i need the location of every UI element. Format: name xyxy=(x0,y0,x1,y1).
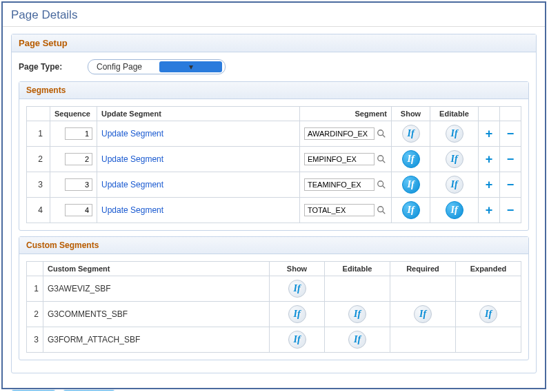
svg-line-5 xyxy=(383,186,386,189)
page-setup-section: Page Setup Page Type: Config Page ▾ Segm… xyxy=(11,34,537,373)
custom-segment-name: G3COMMENTS_SBF xyxy=(43,302,270,327)
col-editable: Editable xyxy=(430,107,479,121)
if-toggle[interactable]: If xyxy=(446,176,463,194)
lookup-icon[interactable] xyxy=(376,128,387,139)
svg-point-4 xyxy=(378,181,383,187)
custom-segment-name: G3AWEVIZ_SBF xyxy=(43,276,270,302)
add-row-button[interactable]: + xyxy=(483,152,495,167)
svg-point-2 xyxy=(378,156,383,161)
okay-button[interactable]: Okay xyxy=(11,390,56,391)
if-toggle[interactable]: If xyxy=(446,150,463,168)
segment-input[interactable] xyxy=(304,178,375,191)
row-index: 2 xyxy=(27,302,43,327)
col-update: Update Segment xyxy=(97,107,300,121)
table-row: 1Update SegmentIfIf+− xyxy=(27,121,521,147)
update-segment-link[interactable]: Update Segment xyxy=(101,180,163,189)
if-toggle[interactable]: If xyxy=(288,305,306,323)
if-toggle[interactable]: If xyxy=(402,150,420,168)
col-segment: Segment xyxy=(300,107,392,121)
col-cust-show: Show xyxy=(270,262,325,276)
table-row: 1G3AWEVIZ_SBFIf xyxy=(27,276,521,302)
row-index: 2 xyxy=(27,147,50,172)
sequence-input[interactable] xyxy=(65,153,92,165)
if-toggle[interactable]: If xyxy=(402,176,420,194)
custom-segments-table: Custom Segment Show Editable Required Ex… xyxy=(26,261,521,353)
cancel-button[interactable]: Cancel xyxy=(63,390,114,391)
page-title: Page Details xyxy=(3,3,545,27)
lookup-icon[interactable] xyxy=(376,205,387,216)
if-toggle[interactable]: If xyxy=(402,201,420,219)
update-segment-link[interactable]: Update Segment xyxy=(101,205,163,215)
segment-input[interactable] xyxy=(304,127,375,140)
col-cust-required: Required xyxy=(390,262,456,276)
dropdown-icon: ▾ xyxy=(159,61,222,72)
remove-row-button[interactable]: − xyxy=(504,127,517,141)
segment-input[interactable] xyxy=(304,153,375,165)
footer-buttons: Okay Cancel xyxy=(3,387,545,391)
page-details-panel: Page Details Page Setup Page Type: Confi… xyxy=(1,1,546,389)
update-segment-link[interactable]: Update Segment xyxy=(101,129,163,138)
col-sequence: Sequence xyxy=(50,107,97,121)
sequence-input[interactable] xyxy=(65,127,92,140)
svg-point-0 xyxy=(378,130,383,136)
if-toggle[interactable]: If xyxy=(479,305,497,323)
if-toggle[interactable]: If xyxy=(288,280,306,298)
row-index: 1 xyxy=(27,276,43,302)
if-toggle[interactable]: If xyxy=(446,125,463,143)
svg-line-1 xyxy=(383,135,386,138)
table-row: 3Update SegmentIfIf+− xyxy=(27,172,521,198)
page-type-value: Config Page xyxy=(97,62,159,72)
row-index: 3 xyxy=(27,327,43,353)
table-row: 3G3FORM_ATTACH_SBFIfIf xyxy=(27,327,521,353)
segment-input[interactable] xyxy=(304,204,375,216)
page-type-select[interactable]: Config Page ▾ xyxy=(88,59,226,74)
remove-row-button[interactable]: − xyxy=(504,203,517,218)
add-row-button[interactable]: + xyxy=(483,203,495,218)
row-index: 1 xyxy=(27,121,50,147)
row-index: 3 xyxy=(27,172,50,198)
svg-point-6 xyxy=(378,207,383,212)
col-custom-segment: Custom Segment xyxy=(43,262,270,276)
col-show: Show xyxy=(392,107,430,121)
table-row: 4Update SegmentIfIf+− xyxy=(27,198,521,223)
if-toggle[interactable]: If xyxy=(288,331,306,349)
custom-segments-heading: Custom Segments xyxy=(19,237,528,254)
custom-segment-name: G3FORM_ATTACH_SBF xyxy=(43,327,270,353)
row-index: 4 xyxy=(27,198,50,223)
remove-row-button[interactable]: − xyxy=(504,178,517,192)
col-cust-editable: Editable xyxy=(325,262,390,276)
svg-line-3 xyxy=(383,161,386,163)
if-toggle[interactable]: If xyxy=(414,305,432,323)
svg-line-7 xyxy=(383,212,386,214)
lookup-icon[interactable] xyxy=(376,179,387,190)
custom-segments-section: Custom Segments Custom Segment Show Edit… xyxy=(19,236,529,360)
sequence-input[interactable] xyxy=(65,178,92,191)
update-segment-link[interactable]: Update Segment xyxy=(101,154,163,164)
if-toggle[interactable]: If xyxy=(446,201,463,219)
if-toggle[interactable]: If xyxy=(348,331,366,349)
sequence-input[interactable] xyxy=(65,204,92,216)
if-toggle[interactable]: If xyxy=(402,125,420,143)
col-cust-expanded: Expanded xyxy=(456,262,521,276)
add-row-button[interactable]: + xyxy=(483,127,495,141)
page-type-label: Page Type: xyxy=(19,62,67,72)
remove-row-button[interactable]: − xyxy=(504,152,517,167)
table-row: 2Update SegmentIfIf+− xyxy=(27,147,521,172)
if-toggle[interactable]: If xyxy=(348,305,366,323)
segments-heading: Segments xyxy=(19,82,528,99)
lookup-icon[interactable] xyxy=(376,154,387,165)
add-row-button[interactable]: + xyxy=(483,178,495,192)
segments-table: Sequence Update Segment Segment Show Edi… xyxy=(26,106,521,223)
page-setup-heading: Page Setup xyxy=(12,34,536,52)
table-row: 2G3COMMENTS_SBFIfIfIfIf xyxy=(27,302,521,327)
segments-section: Segments Sequence Update Segment Segment… xyxy=(19,81,529,231)
